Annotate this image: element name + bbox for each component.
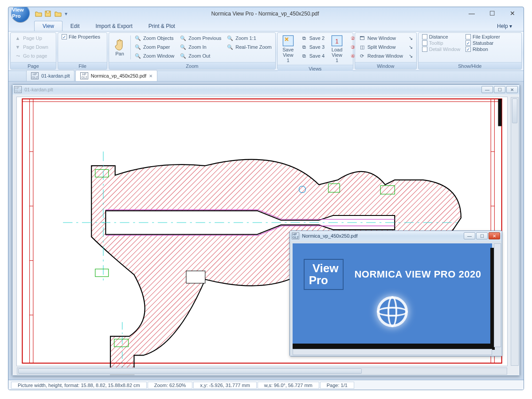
cmd-save-view-4[interactable]: ⧉Save 4 — [298, 51, 327, 60]
vertical-scrollbar[interactable] — [494, 243, 501, 347]
save-view-icon: ⧉ — [301, 52, 308, 59]
doc-tab-normica[interactable]: HPGL2 Normica_vp_450x250.pdf ✕ — [75, 70, 157, 81]
cmd-zoom-previous[interactable]: 🔍Zoom Previous — [177, 34, 224, 43]
svg-rect-6 — [30, 99, 33, 363]
magnifier-icon: 🔍 — [180, 35, 187, 42]
mdi-close-button[interactable]: ✕ — [489, 232, 500, 239]
cmd-redraw-window[interactable]: ⟳Redraw Window↘ — [356, 51, 415, 60]
globe-icon — [377, 296, 408, 327]
tab-print-plot[interactable]: Print & Plot — [141, 21, 183, 31]
page-up-icon: ▲ — [14, 35, 21, 42]
status-ws: w,s: 96.0°, 56.727 mm — [258, 382, 319, 389]
panel-page-label: Page — [11, 62, 56, 69]
cmd-real-time-zoom[interactable]: 🔍Real-Time Zoom — [224, 43, 274, 51]
document-tabstrip: HPGL2 01-kardan.plt HPGL2 Normica_vp_450… — [8, 71, 524, 82]
save-view-icon — [282, 35, 294, 47]
launcher-icon[interactable]: ↘ — [409, 44, 413, 50]
cmd-page-down[interactable]: ▼Page Down — [12, 43, 51, 51]
magnifier-icon: 🔍 — [227, 43, 234, 51]
panel-show-hide: Distance Tooltip Detail Window File Expl… — [418, 32, 522, 70]
cmd-go-to-page[interactable]: ⤳Go to page — [12, 51, 51, 60]
tab-view[interactable]: View — [34, 21, 63, 31]
split-window-icon: ◫ — [359, 43, 366, 51]
chk-ribbon[interactable]: ✓Ribbon — [463, 46, 503, 52]
magnifier-icon: 🔍 — [134, 52, 141, 59]
chk-distance[interactable]: Distance — [419, 34, 463, 40]
cmd-zoom-out[interactable]: 🔍Zoom Out — [177, 51, 224, 60]
hpgl-icon: HPGL2 — [292, 232, 299, 239]
cmd-zoom-1-1[interactable]: 🔍Zoom 1:1 — [224, 34, 274, 43]
quick-access-toolbar: ▾ — [34, 10, 69, 18]
save-view-icon: ⧉ — [301, 35, 308, 42]
chk-detail-window[interactable]: Detail Window — [419, 46, 463, 52]
cmd-zoom-window[interactable]: 🔍Zoom Window — [132, 51, 177, 60]
mdi-workspace: HPGL2 01-kardan.plt — ☐ ✕ — [8, 82, 524, 380]
cmd-new-window[interactable]: 🗔New Window↘ — [356, 34, 415, 43]
pdf-page[interactable]: View Pro NORMICA VIEW PRO 2020 — [293, 243, 492, 347]
ribbon-tabstrip: View Edit Import & Export Print & Plot H… — [8, 20, 524, 31]
svg-rect-1 — [47, 11, 49, 13]
mdi-minimize-button[interactable]: — — [464, 232, 475, 239]
horizontal-scrollbar[interactable] — [17, 368, 507, 375]
mdi-title-pdf[interactable]: HPGL2 Normica_vp_450x250.pdf — ☐ ✕ — [290, 231, 502, 241]
hpgl-icon: HPGL2 — [14, 86, 22, 93]
panel-file-label: File — [58, 62, 107, 69]
mdi-close-button[interactable]: ✕ — [506, 86, 518, 93]
pan-hand-icon — [113, 39, 126, 51]
app-orb-button[interactable]: View Pro — [11, 7, 30, 22]
maximize-button[interactable]: ☐ — [482, 8, 502, 18]
cmd-load-view-1[interactable]: 1 Load View 1 — [327, 34, 347, 64]
page-down-icon: ▼ — [14, 43, 21, 51]
cmd-zoom-in[interactable]: 🔍Zoom In — [177, 43, 224, 51]
window-controls: — ☐ ✕ — [462, 8, 523, 18]
qat-dropdown-icon[interactable]: ▾ — [63, 10, 69, 18]
qat-save-icon[interactable] — [44, 10, 53, 18]
panel-window: 🗔New Window↘ ◫Split Window↘ ⟳Redraw Wind… — [355, 32, 417, 70]
chk-file-properties[interactable]: ✓ File Properties — [59, 34, 103, 40]
qat-open-icon[interactable] — [34, 10, 43, 18]
qat-folder-icon[interactable] — [54, 10, 63, 18]
launcher-icon[interactable]: ↘ — [409, 53, 413, 59]
close-tab-icon[interactable]: ✕ — [149, 74, 153, 78]
close-button[interactable]: ✕ — [502, 8, 523, 18]
status-picture: Picture width, height, format: 15.88, 8.… — [11, 382, 147, 389]
launcher-icon[interactable]: ↘ — [409, 35, 413, 41]
panel-show-hide-label: Show/Hide — [419, 62, 521, 69]
status-zoom: Zoom: 62.50% — [148, 382, 193, 389]
product-logo: View Pro — [304, 259, 344, 290]
cmd-pan[interactable]: Pan — [110, 34, 129, 61]
checkbox-icon — [422, 40, 427, 46]
mdi-minimize-button[interactable]: — — [481, 86, 493, 93]
tab-import-export[interactable]: Import & Export — [87, 21, 140, 31]
cmd-save-view-1[interactable]: Save View 1 — [278, 34, 298, 64]
cmd-split-window[interactable]: ◫Split Window↘ — [356, 43, 415, 51]
magnifier-icon: 🔍 — [180, 52, 187, 59]
chk-file-explorer[interactable]: File Explorer — [463, 34, 503, 40]
checkbox-icon: ✓ — [466, 47, 471, 52]
minimize-button[interactable]: — — [462, 8, 482, 18]
vertical-scrollbar[interactable] — [511, 97, 519, 366]
magnifier-icon: 🔍 — [180, 43, 187, 51]
mdi-child-pdf[interactable]: HPGL2 Normica_vp_450x250.pdf — ☐ ✕ View … — [289, 231, 502, 356]
application-window: View Pro ▾ Normica View Pro - Normica_vp… — [8, 7, 524, 390]
cmd-save-view-3[interactable]: ⧉Save 3 — [298, 43, 327, 51]
horizontal-scrollbar[interactable] — [293, 349, 492, 355]
cmd-zoom-objects[interactable]: 🔍Zoom Objects — [132, 34, 177, 43]
cmd-save-view-2[interactable]: ⧉Save 2 — [298, 34, 327, 43]
chk-tooltip[interactable]: Tooltip — [419, 40, 463, 46]
doc-tab-kardan[interactable]: HPGL2 01-kardan.plt — [26, 70, 74, 81]
orb-label: View Pro — [12, 7, 29, 19]
tab-edit[interactable]: Edit — [63, 21, 88, 31]
svg-rect-31 — [186, 271, 205, 283]
cmd-zoom-paper[interactable]: 🔍Zoom Paper — [132, 43, 177, 51]
chk-statusbar[interactable]: ✓Statusbar — [463, 40, 503, 46]
cmd-page-up[interactable]: ▲Page Up — [12, 34, 51, 43]
tab-help[interactable]: Help ▾ — [489, 21, 520, 31]
panel-views: Save View 1 ⧉Save 2 ⧉Save 3 ⧉Save 4 1 Lo… — [277, 32, 353, 70]
panel-page: ▲Page Up ▼Page Down ⤳Go to page Page — [10, 32, 56, 70]
hpgl-icon: HPGL2 — [80, 72, 88, 79]
mdi-maximize-button[interactable]: ☐ — [476, 232, 488, 239]
new-window-icon: 🗔 — [359, 35, 366, 42]
mdi-title-kardan[interactable]: HPGL2 01-kardan.plt — ☐ ✕ — [12, 85, 520, 94]
mdi-maximize-button[interactable]: ☐ — [494, 86, 505, 93]
